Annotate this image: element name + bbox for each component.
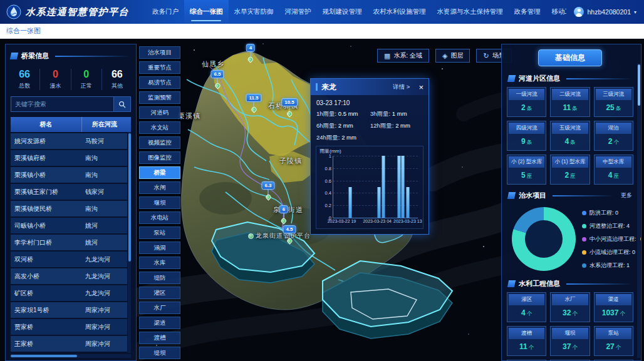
river-card-小 (1) 型水库[interactable]: 小 (1) 型水库2座 <box>550 155 589 185</box>
river-card-五级河流[interactable]: 五级河流4条 <box>550 121 589 151</box>
table-row[interactable]: 李学村门口桥姚河 <box>11 235 127 250</box>
stat-value: 66 <box>9 69 39 80</box>
water-level-marker[interactable]: 6 <box>279 205 288 223</box>
table-row[interactable]: 高发小桥九龙沟河 <box>11 268 127 284</box>
district-3d-right[interactable] <box>323 261 452 338</box>
layer-item-灌区[interactable]: 灌区 <box>139 287 180 299</box>
layer-item-堰坝[interactable]: 堰坝 <box>139 196 180 209</box>
water-level-marker[interactable]: 6.5 <box>210 70 224 88</box>
layer-item-重要节点[interactable]: 重要节点 <box>139 61 180 74</box>
eng-card-水厂[interactable]: 水厂32个 <box>550 292 589 322</box>
river-card-四级河流[interactable]: 四级河流9条 <box>507 121 546 151</box>
nav-tab-3[interactable]: 水旱灾害防御 <box>229 0 279 24</box>
popup-detail-link[interactable]: 详情 > <box>393 83 410 91</box>
river-card-中型水库[interactable]: 中型水库4座 <box>594 155 633 185</box>
basic-info-tab[interactable]: 基础信息 <box>538 49 602 66</box>
eng-card-渡槽[interactable]: 渡槽11个 <box>507 326 546 356</box>
projects-chart-row: 防洪工程: 0河道整治工程: 4中小河流治理工程: 0小流域治理工程: 0水系治… <box>507 204 633 275</box>
river-card-三级河流[interactable]: 三级河流25条 <box>594 87 633 117</box>
table-row[interactable]: 栗溪镇府桥南沟 <box>11 150 127 166</box>
rain-metric-6h雨量: 6h雨量: 2 mm <box>316 122 369 130</box>
nav-tab-4[interactable]: 河湖管护 <box>279 0 317 24</box>
nav-tab-6[interactable]: 农村水利设施管理 <box>368 0 432 24</box>
table-row[interactable]: 贾家桥周家冲河 <box>11 319 127 335</box>
eng-card-泵站[interactable]: 泵站27个 <box>594 326 633 356</box>
table-row[interactable]: 双河桥九龙沟河 <box>11 252 127 267</box>
river-name-cell: 南沟 <box>81 167 127 183</box>
table-row[interactable]: 矿区桥九龙沟河 <box>11 285 127 301</box>
projects-more-link[interactable]: 更多 <box>621 191 632 200</box>
card-value: 4个 <box>509 305 544 320</box>
layer-item-堤坝[interactable]: 堤坝 <box>139 347 180 359</box>
table-horizontal-scrollbar[interactable] <box>11 354 131 358</box>
river-card-二级河流[interactable]: 二级河流11条 <box>550 87 589 117</box>
river-card-小 (2) 型水库[interactable]: 小 (2) 型水库5座 <box>507 155 546 185</box>
chart-y-tick: 0.6 <box>318 178 331 183</box>
layer-item-泵站[interactable]: 泵站 <box>139 226 180 239</box>
popup-station-name: 来龙 <box>321 82 336 93</box>
layer-item-监测预警[interactable]: 监测预警 <box>139 91 180 104</box>
close-icon[interactable]: × <box>418 83 423 91</box>
layer-item-渠道[interactable]: 渠道 <box>139 317 180 329</box>
eng-card-堰坝[interactable]: 堰坝37个 <box>550 326 589 356</box>
table-vertical-scrollbar[interactable] <box>128 132 131 353</box>
layer-item-水库[interactable]: 水库 <box>139 257 180 269</box>
table-row[interactable]: 王家桥周家冲河 <box>11 336 127 352</box>
water-level-marker[interactable]: 4 <box>246 44 255 62</box>
eng-card-灌区[interactable]: 灌区4个 <box>507 292 546 322</box>
layer-item-涵洞[interactable]: 涵洞 <box>139 242 180 254</box>
table-row[interactable]: 司畈镇小桥姚河 <box>11 218 127 233</box>
rain-metric-1h雨量: 1h雨量: 0.5 mm <box>316 110 369 118</box>
chart-y-tick: 0.4 <box>318 190 331 196</box>
layer-item-水厂[interactable]: 水厂 <box>139 302 180 314</box>
legend-dot-icon <box>582 211 586 215</box>
layer-item-治水项目[interactable]: 治水项目 <box>139 46 180 59</box>
right-panel-scrollbar[interactable] <box>637 63 640 358</box>
marker-value: 4 <box>246 44 255 52</box>
layer-item-水闸[interactable]: 水闸 <box>139 181 180 194</box>
water-level-marker[interactable]: 4.5 <box>283 225 296 243</box>
breadcrumb[interactable]: 综合一张图 <box>6 26 41 36</box>
layer-item-水文站[interactable]: 水文站 <box>139 121 180 134</box>
map-control-water-system-grid[interactable]: ▦水系: 全域 <box>377 49 429 63</box>
table-row[interactable]: 栗溪镇王家门桥钱家河 <box>11 184 127 200</box>
layer-item-水电站[interactable]: 水电站 <box>139 211 180 224</box>
river-card-一级河流[interactable]: 一级河流2条 <box>507 87 546 117</box>
legend-item-中小河流治理工程: 中小河流治理工程: 0 <box>582 235 633 243</box>
card-title: 三级河流 <box>596 89 631 100</box>
card-number: 1037 <box>602 308 619 317</box>
layer-item-视频监控[interactable]: 视频监控 <box>139 136 180 149</box>
search-button[interactable] <box>114 96 131 112</box>
rain-metric-24h雨量: 24h雨量: 2 mm <box>316 134 369 142</box>
layer-item-堤防[interactable]: 堤防 <box>139 272 180 284</box>
layer-item-渡槽[interactable]: 渡槽 <box>139 332 180 344</box>
water-level-marker[interactable]: 11.5 <box>246 94 261 112</box>
layer-item-河道码[interactable]: 河道码 <box>139 106 180 119</box>
water-level-marker[interactable]: 6.3 <box>261 181 274 200</box>
layer-item-图像监控[interactable]: 图像监控 <box>139 151 180 164</box>
layer-item-桥梁[interactable]: 桥梁 <box>139 166 180 179</box>
nav-tab-8[interactable]: 政务管理 <box>509 0 546 24</box>
eng-card-渠道[interactable]: 渠道1037个 <box>594 292 633 322</box>
nav-tab-5[interactable]: 规划建设管理 <box>317 0 368 24</box>
table-row[interactable]: 姚河发源桥马鞍河 <box>11 133 127 149</box>
layers-icon: ◈ <box>442 53 447 59</box>
layer-item-易涝节点[interactable]: 易涝节点 <box>139 76 180 89</box>
card-value: 9条 <box>509 134 544 149</box>
river-card-湖泊[interactable]: 湖泊2个 <box>594 121 633 151</box>
rain-metric-12h雨量: 12h雨量: 2 mm <box>370 122 423 130</box>
bridge-stat-1: 66总数 <box>9 69 40 90</box>
nav-tab-2[interactable]: 综合一张图 <box>184 0 229 24</box>
table-row[interactable]: 吴家坝1号桥周家冲河 <box>11 302 127 318</box>
water-level-marker[interactable]: 10.5 <box>281 98 298 116</box>
marker-value: 10.5 <box>281 98 298 106</box>
table-row[interactable]: 栗溪镇便民桥南沟 <box>11 201 127 216</box>
user-menu[interactable]: hhzb42080201 ▾ <box>566 0 644 24</box>
nav-tab-9[interactable]: 移动工作管理 <box>546 0 567 24</box>
search-input[interactable] <box>11 96 114 112</box>
nav-tab-7[interactable]: 水资源与水土保持管理 <box>432 0 509 24</box>
table-row[interactable]: 栗溪镇小桥南沟 <box>11 167 127 183</box>
nav-tab-1[interactable]: 政务门户 <box>147 0 184 24</box>
metric-value: 2 mm <box>338 122 353 129</box>
map-control-layers[interactable]: ◈图层 <box>435 49 470 63</box>
